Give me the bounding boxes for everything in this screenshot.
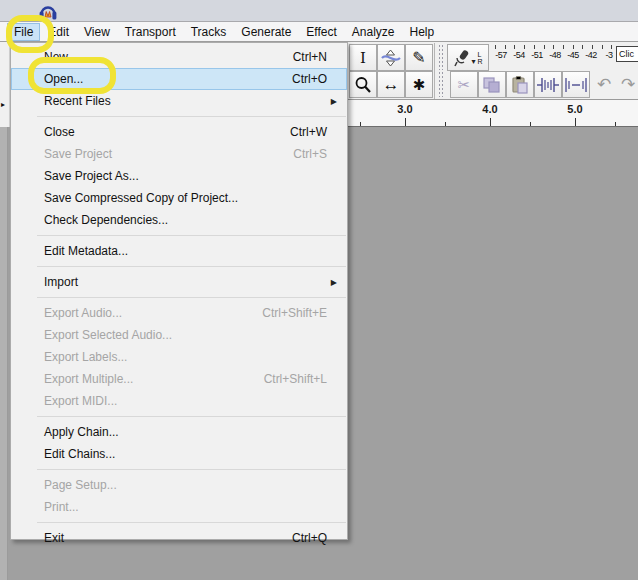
meter-toolbar-grip[interactable] xyxy=(438,45,444,70)
undo-icon: ↶ xyxy=(597,74,611,95)
menu-item-export-midi[interactable]: Export MIDI... xyxy=(11,390,347,412)
scissors-icon: ✂ xyxy=(458,76,471,94)
menubar-item-file[interactable]: File xyxy=(7,23,40,41)
timeline-major-tick xyxy=(490,118,491,126)
mic-dropdown-icon: ▾ xyxy=(471,57,475,66)
copy-icon xyxy=(483,77,501,93)
menu-item-close[interactable]: CloseCtrl+W xyxy=(11,121,347,143)
menu-item-page-setup[interactable]: Page Setup... xyxy=(11,474,347,496)
menu-item-export-audio[interactable]: Export Audio...Ctrl+Shift+E xyxy=(11,302,347,324)
paste-icon xyxy=(512,76,528,94)
menu-item-check-dependencies[interactable]: Check Dependencies... xyxy=(11,209,347,231)
envelope-tool-button[interactable] xyxy=(377,44,405,71)
menu-item-export-multiple[interactable]: Export Multiple...Ctrl+Shift+L xyxy=(11,368,347,390)
menu-item-label: Print... xyxy=(44,500,79,514)
timeline-major-tick xyxy=(575,118,576,126)
menu-item-label: Exit xyxy=(44,531,64,545)
menu-item-label: Export Audio... xyxy=(44,306,122,320)
toolbar-separator xyxy=(434,43,435,99)
multi-tool-button[interactable]: ✱ xyxy=(405,71,433,98)
menu-item-label: Save Project As... xyxy=(44,169,139,183)
timeline-major-tick xyxy=(405,118,406,126)
menu-item-import[interactable]: Import▶ xyxy=(11,271,347,293)
file-menu-popup: NewCtrl+NOpen...Ctrl+ORecent Files▶Close… xyxy=(10,42,348,540)
menu-separator xyxy=(37,416,346,417)
double-arrow-icon: ↔ xyxy=(383,75,400,95)
meter-scale-label: -42 xyxy=(582,50,600,60)
menu-item-label: Close xyxy=(44,125,75,139)
zoom-tool-button[interactable] xyxy=(349,71,377,98)
menu-item-exit[interactable]: ExitCtrl+Q xyxy=(11,527,347,549)
menu-item-export-labels[interactable]: Export Labels... xyxy=(11,346,347,368)
timeline-minor-tick xyxy=(530,122,531,126)
redo-icon: ↷ xyxy=(621,74,635,95)
edit-toolbar-grip[interactable] xyxy=(438,72,444,97)
undo-button[interactable]: ↶ xyxy=(593,72,615,97)
menu-item-label: Export Multiple... xyxy=(44,372,133,386)
menu-item-shortcut: Ctrl+N xyxy=(293,50,341,64)
menubar-item-edit[interactable]: Edit xyxy=(41,23,76,41)
trim-audio-icon xyxy=(537,77,559,93)
timeline-label: 3.0 xyxy=(397,103,412,115)
menu-item-label: New xyxy=(44,50,68,64)
silence-audio-button[interactable] xyxy=(562,71,590,98)
title-bar xyxy=(0,0,638,22)
menu-separator xyxy=(37,297,346,298)
meter-tick-marks xyxy=(495,45,617,49)
menu-item-label: Edit Chains... xyxy=(44,447,115,461)
submenu-arrow-icon: ▶ xyxy=(331,278,341,287)
timeline-label: 4.0 xyxy=(482,103,497,115)
draw-tool-button[interactable]: ✎ xyxy=(405,44,433,71)
pencil-icon: ✎ xyxy=(412,48,425,67)
menubar-item-view[interactable]: View xyxy=(77,23,117,41)
menu-item-label: Apply Chain... xyxy=(44,425,119,439)
meter-scale: -57-54-51-48-45-42-3 xyxy=(492,50,618,60)
redo-button[interactable]: ↷ xyxy=(617,72,638,97)
menu-separator xyxy=(37,116,346,117)
menu-item-shortcut: Ctrl+Shift+E xyxy=(262,306,341,320)
menu-item-label: Save Project xyxy=(44,147,112,161)
menu-item-new[interactable]: NewCtrl+N xyxy=(11,46,347,68)
timeline-label: 5.0 xyxy=(567,103,582,115)
menubar-item-tracks[interactable]: Tracks xyxy=(184,23,234,41)
menu-bar: FileEditViewTransportTracksGenerateEffec… xyxy=(0,22,638,42)
menu-item-print[interactable]: Print... xyxy=(11,496,347,518)
selection-tool-button[interactable]: I xyxy=(349,44,377,71)
menu-item-apply-chain[interactable]: Apply Chain... xyxy=(11,421,347,443)
record-meter-button[interactable]: ▾ L R xyxy=(447,44,489,71)
menu-item-label: Open... xyxy=(44,72,83,86)
menu-item-label: Save Compressed Copy of Project... xyxy=(44,191,238,205)
menubar-item-transport[interactable]: Transport xyxy=(118,23,183,41)
microphone-icon xyxy=(453,49,469,67)
menu-item-save-compressed-copy-of-project[interactable]: Save Compressed Copy of Project... xyxy=(11,187,347,209)
menu-item-label: Page Setup... xyxy=(44,478,117,492)
menu-item-save-project[interactable]: Save ProjectCtrl+S xyxy=(11,143,347,165)
menu-item-shortcut: Ctrl+S xyxy=(293,147,341,161)
multi-tool-icon: ✱ xyxy=(413,76,426,94)
menu-item-open[interactable]: Open...Ctrl+O xyxy=(11,68,347,90)
menubar-item-effect[interactable]: Effect xyxy=(299,23,343,41)
meter-scale-label: -48 xyxy=(546,50,564,60)
timeline-minor-tick xyxy=(360,122,361,126)
menu-item-save-project-as[interactable]: Save Project As... xyxy=(11,165,347,187)
menu-item-recent-files[interactable]: Recent Files▶ xyxy=(11,90,347,112)
menubar-item-analyze[interactable]: Analyze xyxy=(345,23,402,41)
trim-audio-button[interactable] xyxy=(534,71,562,98)
menu-item-shortcut: Ctrl+Shift+L xyxy=(264,372,341,386)
menu-item-edit-metadata[interactable]: Edit Metadata... xyxy=(11,240,347,262)
meter-scale-label: -57 xyxy=(492,50,510,60)
menu-item-export-selected-audio[interactable]: Export Selected Audio... xyxy=(11,324,347,346)
cut-button[interactable]: ✂ xyxy=(450,71,478,98)
copy-button[interactable] xyxy=(478,71,506,98)
window-left-edge: ▸ xyxy=(0,42,10,127)
menubar-item-generate[interactable]: Generate xyxy=(234,23,298,41)
envelope-tool-icon xyxy=(381,49,401,67)
menu-item-shortcut: Ctrl+W xyxy=(290,125,341,139)
menu-separator xyxy=(37,266,346,267)
audacity-window: { "menubar": { "items": ["File", "Edit",… xyxy=(0,0,638,580)
menu-item-edit-chains[interactable]: Edit Chains... xyxy=(11,443,347,465)
time-shift-tool-button[interactable]: ↔ xyxy=(377,71,405,98)
paste-button[interactable] xyxy=(506,71,534,98)
audacity-logo-icon xyxy=(38,1,58,21)
menubar-item-help[interactable]: Help xyxy=(403,23,442,41)
